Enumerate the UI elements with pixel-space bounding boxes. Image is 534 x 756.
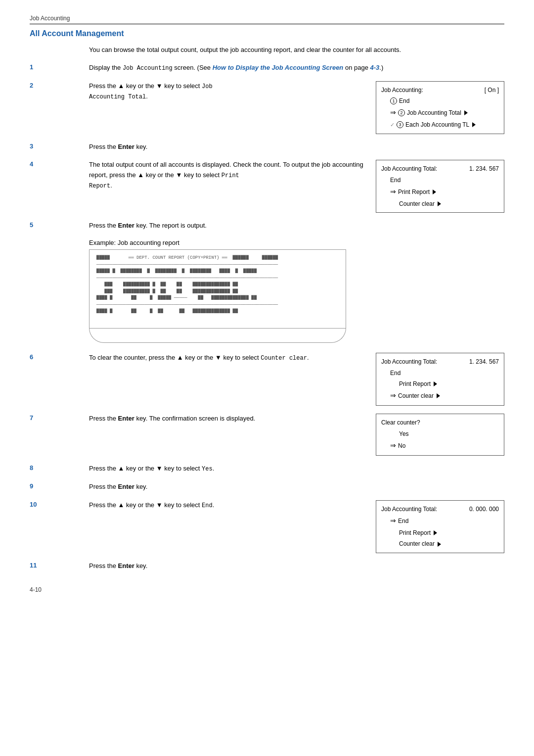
panel-value-10: 0. 000. 000	[469, 504, 499, 514]
selected-arrow-4: ⇒	[390, 186, 396, 198]
panel-items: 1 End ⇒ 2 Job Accounting Total ✓ 3 Each …	[381, 95, 499, 131]
report-example: Example: Job accounting report █████ ══ …	[89, 239, 504, 343]
panel-job-accounting: Job Accounting: [ On ] 1 End ⇒ 2 Job Acc…	[376, 81, 504, 134]
selected-arrow-10: ⇒	[390, 515, 396, 527]
panel-item-print-report-6: Print Report	[390, 378, 499, 389]
step-11: 11 Press the Enter key.	[30, 561, 504, 571]
step-number-4: 4	[30, 160, 89, 168]
panel-item-each-job: ✓ 3 Each Job Accounting TL	[390, 119, 499, 130]
item-counter-clear-4-label: Counter clear	[399, 199, 435, 209]
report-curved-bottom	[89, 328, 346, 343]
step-5-content: Press the Enter key. The report is outpu…	[89, 221, 504, 231]
report-line-2: ────────────────────────────────────────…	[96, 262, 339, 269]
panel-job-accounting-total-10: Job Accounting Total: 0. 000. 000 ⇒ End …	[376, 500, 504, 553]
panel-header-6: Job Accounting Total: 1. 234. 567	[381, 356, 499, 367]
step-9-content: Press the Enter key.	[89, 482, 504, 492]
panel-value-4: 1. 234. 567	[469, 164, 499, 174]
step-6-text: To clear the counter, press the ▲ key or…	[89, 353, 366, 363]
panel-item-counter-clear-4: Counter clear	[390, 198, 499, 209]
panel-item-counter-clear-10: Counter clear	[390, 538, 499, 549]
panel-job-accounting-total-6: Job Accounting Total: 1. 234. 567 End Pr…	[376, 353, 504, 406]
tick-mark: ✓	[390, 120, 395, 130]
panel-item-end-6: End	[390, 368, 499, 378]
item-print-report-label: Print Report	[398, 187, 430, 197]
step-2-text: Press the ▲ key or the ▼ key to select J…	[89, 81, 366, 102]
panel-status: [ On ]	[485, 85, 499, 95]
panel-item-counter-clear-6: ⇒ Counter clear	[390, 389, 499, 402]
panel-job-accounting-total-4: Job Accounting Total: 1. 234. 567 End ⇒ …	[376, 160, 504, 213]
item-end-10-label: End	[398, 516, 408, 526]
clear-counter-label: Clear counter?	[381, 418, 420, 427]
page-title: All Account Management	[30, 29, 504, 38]
intro-text: You can browse the total output count, o…	[89, 45, 504, 55]
enter-bold: Enter	[118, 143, 134, 150]
panel-title-4: Job Accounting Total:	[381, 164, 437, 174]
breadcrumb: Job Accounting	[30, 15, 504, 24]
item-print-report-6-label: Print Report	[399, 379, 431, 389]
enter-bold-5: Enter	[118, 222, 134, 229]
panel-clear-title: Clear counter?	[381, 417, 499, 428]
panel-items-6: End Print Report ⇒ Counter clear	[381, 368, 499, 403]
panel-value-6: 1. 234. 567	[469, 357, 499, 367]
step-4-content: The total output count of all accounts i…	[89, 160, 504, 213]
step-2: 2 Press the ▲ key or the ▼ key to select…	[30, 81, 504, 134]
step-7: 7 Press the Enter key. The confirmation …	[30, 414, 504, 456]
report-line-6: ███ ██████████ █ ██ ██ ██████████████ ██	[96, 288, 339, 295]
selected-arrow: ⇒	[390, 107, 396, 119]
step-10: 10 Press the ▲ key or the ▼ key to selec…	[30, 500, 504, 553]
step-2-content: Press the ▲ key or the ▼ key to select J…	[89, 81, 504, 134]
step-10-text: Press the ▲ key or the ▼ key to select E…	[89, 500, 366, 511]
panel-clear-items: Yes ⇒ No	[381, 428, 499, 452]
enter-bold-7: Enter	[118, 415, 134, 422]
arrow-print-report	[433, 189, 436, 194]
arrow-right-icon-3	[472, 122, 476, 127]
step-number-5: 5	[30, 221, 89, 229]
enter-bold-11: Enter	[118, 562, 134, 569]
selected-arrow-6: ⇒	[390, 390, 396, 402]
report-label: Example: Job accounting report	[89, 239, 504, 246]
item-end-6-label: End	[390, 368, 400, 378]
step-number-9: 9	[30, 482, 89, 490]
step-4-text: The total output count of all accounts i…	[89, 160, 366, 191]
item-no-label: No	[398, 441, 405, 451]
step-1: 1 Display the Job Accounting screen. (Se…	[30, 63, 504, 73]
panel-item-yes: Yes	[390, 428, 499, 439]
panel-item-print-report: ⇒ Print Report	[390, 186, 499, 198]
panel-items-4: End ⇒ Print Report Counter clear	[381, 175, 499, 210]
page-footer: 4-10	[30, 586, 504, 593]
step-8-content: Press the ▲ key or the ▼ key to select Y…	[89, 464, 504, 474]
report-line-4: ────────────────────────────────────────…	[96, 275, 339, 282]
report-line-7: ████ █ ██ █ █████ ───── ██ █████████████…	[96, 295, 339, 302]
step-number-1: 1	[30, 63, 89, 71]
panel-item-end-10: ⇒ End	[390, 515, 499, 527]
step-3: 3 Press the Enter key.	[30, 142, 504, 152]
selected-arrow-7: ⇒	[390, 440, 396, 452]
report-line-3: █████ █ ████████ █ ████████ █ ████████ █…	[96, 268, 339, 275]
panel-item-end: 1 End	[390, 95, 499, 106]
step-number-8: 8	[30, 464, 89, 472]
panel-title: Job Accounting:	[381, 85, 423, 95]
step-10-content: Press the ▲ key or the ▼ key to select E…	[89, 500, 504, 553]
link-how-to-display[interactable]: How to Display the Job Accounting Screen	[213, 64, 344, 71]
panel-item-no: ⇒ No	[390, 439, 499, 452]
item-end-4-label: End	[390, 175, 400, 185]
item-print-report-10-label: Print Report	[399, 528, 431, 538]
step-7-text: Press the Enter key. The confirmation sc…	[89, 414, 366, 424]
step-number-11: 11	[30, 561, 89, 569]
step-3-content: Press the Enter key.	[89, 142, 504, 152]
step-number-6: 6	[30, 353, 89, 361]
item-each-job-label: Each Job Accounting TL	[405, 120, 469, 130]
step-number-3: 3	[30, 142, 89, 150]
panel-header-10: Job Accounting Total: 0. 000. 000	[381, 504, 499, 515]
item-end-label: End	[399, 96, 409, 106]
step-7-content: Press the Enter key. The confirmation sc…	[89, 414, 504, 456]
panel-item-end-4: End	[390, 175, 499, 186]
item-yes-label: Yes	[399, 429, 409, 439]
report-line-9: ████ █ ██ █ ██ ██ ██████████████ ██	[96, 308, 339, 315]
panel-clear-counter: Clear counter? Yes ⇒ No	[376, 414, 504, 456]
step-11-content: Press the Enter key.	[89, 561, 504, 571]
report-line-5: ███ ██████████ █ ██ ██ ██████████████ ██	[96, 282, 339, 288]
step-number-2: 2	[30, 81, 89, 89]
step-number-10: 10	[30, 500, 89, 508]
step-6: 6 To clear the counter, press the ▲ key …	[30, 353, 504, 406]
